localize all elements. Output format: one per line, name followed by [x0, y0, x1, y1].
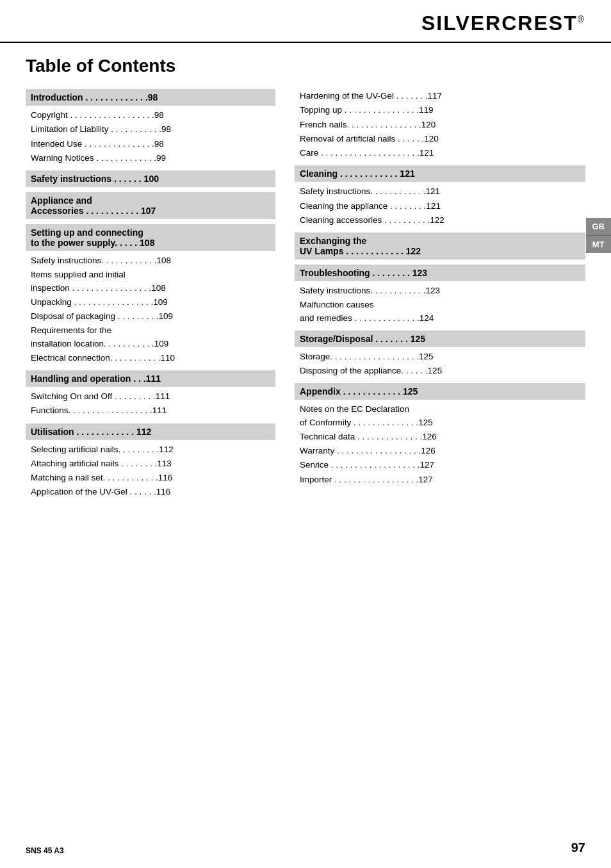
- left-entry-0-1: Limitation of Liability . . . . . . . . …: [26, 122, 275, 136]
- left-section-header-3: Setting up and connecting to the power s…: [26, 224, 275, 251]
- left-section-header-4: Handling and operation . . .111: [26, 370, 275, 387]
- page-number: 97: [571, 840, 585, 855]
- right-entry-0-2: Cleaning accessories . . . . . . . . . .…: [295, 213, 585, 227]
- left-entry-5-1: Attaching artificial nails . . . . . . .…: [26, 457, 275, 471]
- right-entry-3-0: Storage. . . . . . . . . . . . . . . . .…: [295, 350, 585, 364]
- left-entry-4-1: Functions. . . . . . . . . . . . . . . .…: [26, 404, 275, 418]
- left-entry-0-0: Copyright . . . . . . . . . . . . . . . …: [26, 108, 275, 122]
- right-entry-0-1: Cleaning the appliance . . . . . . . .12…: [295, 199, 585, 213]
- left-entry-5-2: Matching a nail set. . . . . . . . . . .…: [26, 471, 275, 485]
- right-entry-4-0: Notes on the EC Declaration of Conformit…: [295, 402, 585, 430]
- brand-text: SILVERCREST: [421, 12, 578, 35]
- left-section-header-1: Safety instructions . . . . . . 100: [26, 170, 275, 187]
- brand-logo: SILVERCREST®: [421, 12, 585, 35]
- right-free-entry-0: Hardening of the UV-Gel . . . . . . .117: [295, 89, 585, 103]
- right-entry-4-1: Technical data . . . . . . . . . . . . .…: [295, 430, 585, 444]
- right-column: Hardening of the UV-Gel . . . . . . .117…: [295, 89, 585, 500]
- left-entry-3-3: Disposal of packaging . . . . . . . . .1…: [26, 309, 275, 323]
- right-section-header-3: Storage/Disposal . . . . . . . 125: [295, 331, 585, 347]
- left-section-header-2: Appliance and Accessories . . . . . . . …: [26, 192, 275, 219]
- right-section-header-2: Troubleshooting . . . . . . . . 123: [295, 265, 585, 281]
- right-section-header-0: Cleaning . . . . . . . . . . . . 121: [295, 165, 585, 182]
- left-entry-5-0: Selecting artificial nails. . . . . . . …: [26, 443, 275, 457]
- left-section-header-0: Introduction . . . . . . . . . . . . .98: [26, 89, 275, 106]
- left-entry-5-3: Application of the UV-Gel . . . . . .116: [26, 485, 275, 499]
- left-entry-3-1: Items supplied and initial inspection . …: [26, 268, 275, 295]
- left-column: Introduction . . . . . . . . . . . . .98…: [26, 89, 275, 500]
- toc-columns: Introduction . . . . . . . . . . . . .98…: [26, 89, 585, 500]
- right-entry-4-2: Warranty . . . . . . . . . . . . . . . .…: [295, 444, 585, 458]
- right-entry-2-1: Malfunction causes and remedies . . . . …: [295, 298, 585, 325]
- left-entry-3-4: Requirements for the installation locati…: [26, 323, 275, 351]
- reg-symbol: ®: [578, 14, 585, 24]
- page-header: SILVERCREST®: [0, 0, 611, 43]
- left-entry-3-0: Safety instructions. . . . . . . . . . .…: [26, 254, 275, 268]
- toc-title: Table of Contents: [26, 56, 585, 76]
- right-entry-4-4: Importer . . . . . . . . . . . . . . . .…: [295, 473, 585, 487]
- left-entry-4-0: Switching On and Off . . . . . . . . .11…: [26, 389, 275, 404]
- right-free-entry-3: Removal of artificial nails . . . . . .1…: [295, 132, 585, 146]
- left-entry-0-3: Warning Notices . . . . . . . . . . . . …: [26, 151, 275, 165]
- side-tab-mt: MT: [586, 236, 612, 253]
- side-tab: GB MT: [586, 218, 612, 253]
- right-section-header-4: Appendix . . . . . . . . . . . . 125: [295, 383, 585, 400]
- left-entry-3-2: Unpacking . . . . . . . . . . . . . . . …: [26, 295, 275, 309]
- right-entry-3-1: Disposing of the appliance. . . . . .125: [295, 364, 585, 378]
- left-section-header-5: Utilisation . . . . . . . . . . . . 112: [26, 423, 275, 440]
- right-free-entry-2: French nails. . . . . . . . . . . . . . …: [295, 118, 585, 132]
- page-footer: SNS 45 A3 97: [26, 840, 585, 855]
- left-entry-3-5: Electrical connection. . . . . . . . . .…: [26, 351, 275, 365]
- right-free-entry-4: Care . . . . . . . . . . . . . . . . . .…: [295, 146, 585, 160]
- model-number: SNS 45 A3: [26, 846, 64, 855]
- right-entry-2-0: Safety instructions. . . . . . . . . . .…: [295, 284, 585, 298]
- side-tab-gb: GB: [586, 218, 612, 236]
- right-free-entry-1: Topping up . . . . . . . . . . . . . . .…: [295, 103, 585, 117]
- left-entry-0-2: Intended Use . . . . . . . . . . . . . .…: [26, 137, 275, 151]
- right-section-header-1: Exchanging the UV Lamps . . . . . . . . …: [295, 233, 585, 259]
- right-entry-0-0: Safety instructions. . . . . . . . . . .…: [295, 184, 585, 199]
- main-content: Table of Contents Introduction . . . . .…: [0, 43, 611, 525]
- right-entry-4-3: Service . . . . . . . . . . . . . . . . …: [295, 458, 585, 472]
